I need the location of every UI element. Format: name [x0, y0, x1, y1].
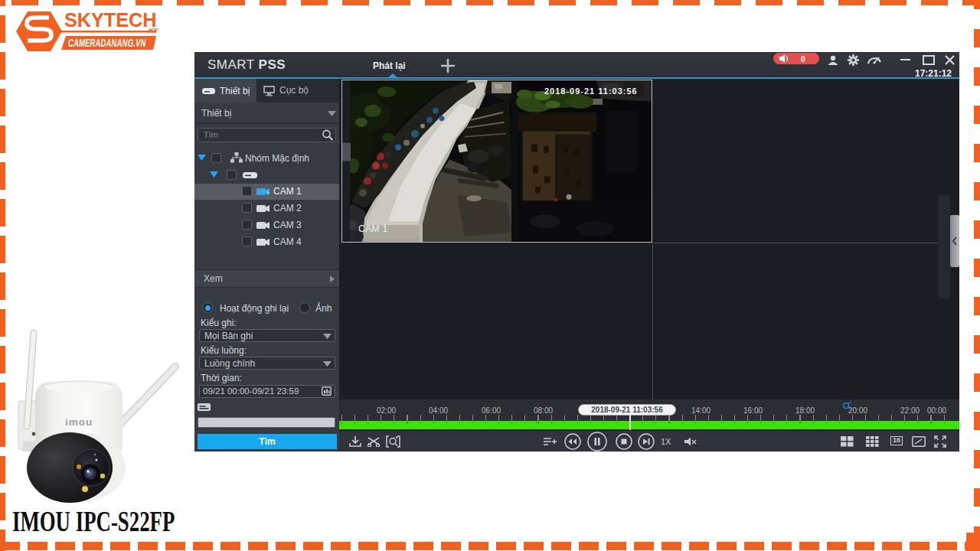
svg-text:KY: KY — [149, 27, 158, 34]
svg-text:2018-09-21 11:03:56: 2018-09-21 11:03:56 — [544, 86, 638, 96]
svg-text:imou: imou — [65, 416, 93, 428]
svg-text:CAMERADANANG.VN: CAMERADANANG.VN — [68, 37, 146, 49]
svg-text:0: 0 — [801, 55, 805, 64]
svg-text:CAM 1: CAM 1 — [358, 223, 387, 234]
svg-text:SKYTECH: SKYTECH — [64, 8, 156, 31]
